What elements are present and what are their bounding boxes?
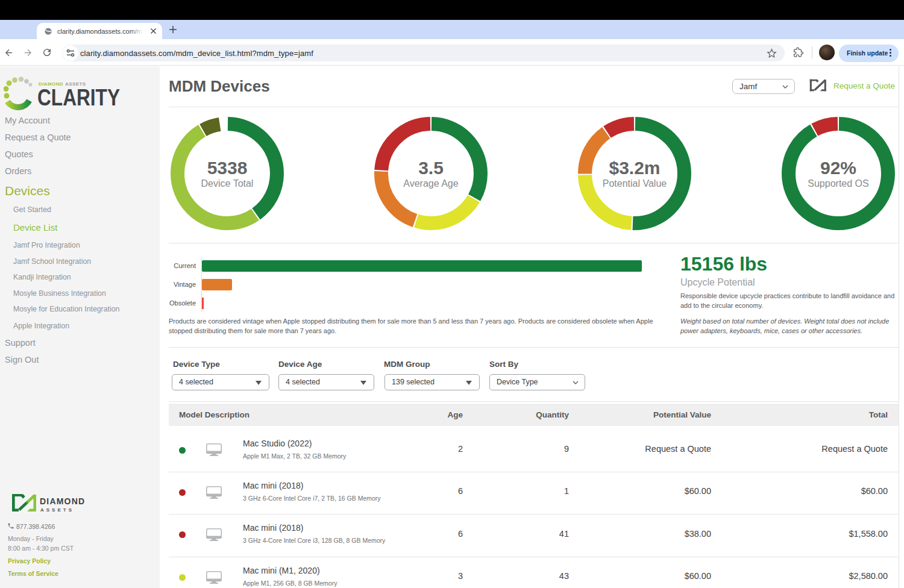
- svg-text:DIAMOND: DIAMOND: [40, 496, 85, 506]
- svg-text:CLARITY: CLARITY: [37, 84, 120, 110]
- svg-text:92%: 92%: [820, 158, 856, 178]
- svg-text:ASSETS: ASSETS: [40, 507, 74, 513]
- svg-text:Average Age: Average Age: [403, 178, 458, 189]
- svg-text:3.5: 3.5: [418, 158, 444, 178]
- svg-text:Potential Value: Potential Value: [603, 178, 667, 189]
- svg-text:Device Total: Device Total: [201, 178, 254, 189]
- svg-text:Supported OS: Supported OS: [808, 178, 868, 189]
- svg-text:$3.2m: $3.2m: [609, 158, 660, 178]
- svg-text:5338: 5338: [207, 158, 248, 178]
